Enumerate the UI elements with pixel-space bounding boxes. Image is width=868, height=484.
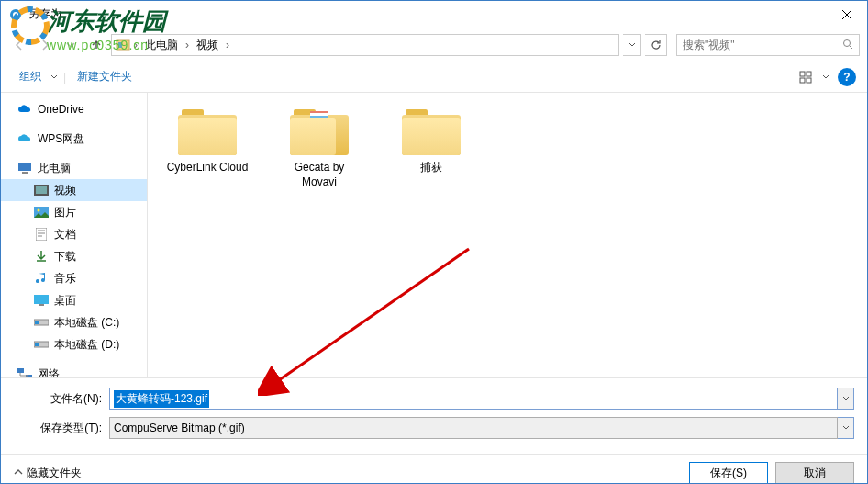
sidebar: OneDrive WPS网盘 此电脑 视频 图片 文档 下载 bbox=[1, 93, 148, 377]
document-icon bbox=[34, 227, 49, 242]
svg-rect-10 bbox=[807, 78, 811, 83]
network-icon bbox=[17, 366, 32, 377]
sidebar-item-documents[interactable]: 文档 bbox=[1, 223, 147, 245]
sidebar-label: 文档 bbox=[54, 227, 76, 242]
sidebar-item-desktop[interactable]: 桌面 bbox=[1, 289, 147, 311]
app-icon bbox=[8, 7, 23, 22]
breadcrumb-sep: › bbox=[185, 39, 189, 51]
breadcrumb-current[interactable]: 视频 bbox=[193, 36, 222, 55]
svg-rect-17 bbox=[36, 228, 47, 241]
sidebar-label: 图片 bbox=[54, 205, 76, 220]
organize-button[interactable]: 组织 bbox=[12, 65, 49, 88]
sidebar-item-disk-d[interactable]: 本地磁盘 (D:) bbox=[1, 333, 147, 355]
breadcrumb[interactable]: › 此电脑 › 视频 › bbox=[111, 34, 619, 56]
sidebar-label: OneDrive bbox=[38, 103, 84, 116]
filetype-value: CompuServe Bitmap (*.gif) bbox=[114, 422, 245, 434]
music-icon bbox=[34, 271, 49, 286]
recent-button[interactable] bbox=[60, 34, 82, 56]
folder-icon bbox=[290, 107, 349, 155]
sidebar-label: 音乐 bbox=[54, 271, 76, 287]
sidebar-item-disk-c[interactable]: 本地磁盘 (C:) bbox=[1, 311, 147, 333]
sidebar-item-network[interactable]: 网络 bbox=[1, 363, 147, 377]
location-icon bbox=[116, 39, 130, 51]
svg-rect-5 bbox=[118, 42, 122, 48]
hide-folders-link[interactable]: 隐藏文件夹 bbox=[14, 466, 82, 481]
filetype-row: 保存类型(T): CompuServe Bitmap (*.gif) bbox=[14, 417, 854, 439]
address-dropdown[interactable] bbox=[623, 34, 641, 56]
filetype-dropdown[interactable] bbox=[838, 417, 854, 439]
download-icon bbox=[34, 249, 49, 264]
folder-label: 捕获 bbox=[420, 161, 442, 175]
chevron-up-icon bbox=[14, 467, 23, 479]
address-bar: › 此电脑 › 视频 › bbox=[1, 28, 867, 62]
svg-rect-8 bbox=[807, 72, 811, 76]
folder-icon bbox=[178, 107, 237, 155]
svg-rect-21 bbox=[35, 321, 39, 324]
folder-label: Gecata by Movavi bbox=[278, 161, 361, 189]
sidebar-item-wps[interactable]: WPS网盘 bbox=[1, 128, 147, 150]
computer-icon bbox=[17, 161, 32, 175]
filename-value: 大黄蜂转码-123.gif bbox=[114, 390, 209, 408]
folder-item[interactable]: 捕获 bbox=[390, 107, 473, 175]
svg-rect-9 bbox=[800, 78, 805, 83]
sidebar-label: 网络 bbox=[38, 366, 60, 378]
search-input[interactable] bbox=[683, 39, 842, 51]
svg-rect-18 bbox=[34, 295, 49, 304]
sidebar-item-videos[interactable]: 视频 bbox=[1, 179, 147, 201]
folder-label: CyberLink Cloud bbox=[167, 161, 249, 175]
view-dropdown[interactable] bbox=[819, 66, 832, 88]
titlebar: 另存为 bbox=[1, 1, 867, 28]
arrow-annotation bbox=[258, 240, 478, 396]
save-button[interactable]: 保存(S) bbox=[689, 462, 768, 484]
cloud-icon bbox=[17, 102, 32, 117]
filename-dropdown[interactable] bbox=[838, 388, 854, 410]
svg-line-26 bbox=[276, 249, 469, 382]
svg-rect-24 bbox=[17, 368, 24, 373]
file-list[interactable]: CyberLink Cloud Gecata by Movavi 捕获 bbox=[148, 93, 867, 377]
sidebar-item-pictures[interactable]: 图片 bbox=[1, 201, 147, 223]
up-button[interactable] bbox=[85, 34, 107, 56]
svg-rect-14 bbox=[36, 186, 47, 194]
filename-input[interactable]: 大黄蜂转码-123.gif bbox=[109, 388, 838, 410]
hide-folders-label: 隐藏文件夹 bbox=[27, 466, 82, 481]
sidebar-item-music[interactable]: 音乐 bbox=[1, 267, 147, 289]
svg-point-3 bbox=[13, 12, 18, 17]
breadcrumb-sep: › bbox=[134, 39, 138, 51]
svg-rect-19 bbox=[39, 304, 44, 306]
filetype-label: 保存类型(T): bbox=[14, 421, 109, 436]
back-button[interactable] bbox=[8, 34, 30, 56]
svg-rect-12 bbox=[22, 172, 28, 174]
disk-icon bbox=[34, 337, 49, 352]
search-icon[interactable] bbox=[842, 39, 853, 52]
filename-row: 文件名(N): 大黄蜂转码-123.gif bbox=[14, 388, 854, 410]
sidebar-item-onedrive[interactable]: OneDrive bbox=[1, 98, 147, 120]
filename-label: 文件名(N): bbox=[14, 391, 109, 407]
view-options-button[interactable] bbox=[794, 66, 819, 88]
filetype-select[interactable]: CompuServe Bitmap (*.gif) bbox=[109, 417, 838, 439]
toolbar-separator: | bbox=[63, 71, 66, 84]
cancel-button[interactable]: 取消 bbox=[775, 462, 854, 484]
video-icon bbox=[34, 183, 49, 197]
new-folder-button[interactable]: 新建文件夹 bbox=[70, 65, 139, 88]
save-fields: 文件名(N): 大黄蜂转码-123.gif 保存类型(T): CompuServ… bbox=[1, 377, 867, 454]
sidebar-label: 视频 bbox=[54, 183, 76, 198]
help-button[interactable]: ? bbox=[838, 68, 856, 86]
svg-rect-11 bbox=[18, 163, 31, 171]
breadcrumb-root[interactable]: 此电脑 bbox=[141, 36, 182, 55]
sidebar-label: WPS网盘 bbox=[38, 131, 84, 147]
svg-rect-7 bbox=[800, 72, 805, 76]
window-title: 另存为 bbox=[28, 6, 826, 22]
picture-icon bbox=[34, 205, 49, 219]
sidebar-item-thispc[interactable]: 此电脑 bbox=[1, 157, 147, 179]
close-icon bbox=[842, 10, 851, 19]
desktop-icon bbox=[34, 293, 49, 308]
refresh-button[interactable] bbox=[645, 34, 667, 56]
search-box[interactable] bbox=[676, 34, 860, 56]
sidebar-item-downloads[interactable]: 下载 bbox=[1, 245, 147, 267]
close-button[interactable] bbox=[826, 1, 867, 28]
breadcrumb-sep: › bbox=[226, 39, 229, 51]
folder-item[interactable]: CyberLink Cloud bbox=[166, 107, 249, 175]
forward-button[interactable] bbox=[34, 34, 56, 56]
sidebar-label: 下载 bbox=[54, 249, 76, 265]
folder-item[interactable]: Gecata by Movavi bbox=[278, 107, 361, 189]
